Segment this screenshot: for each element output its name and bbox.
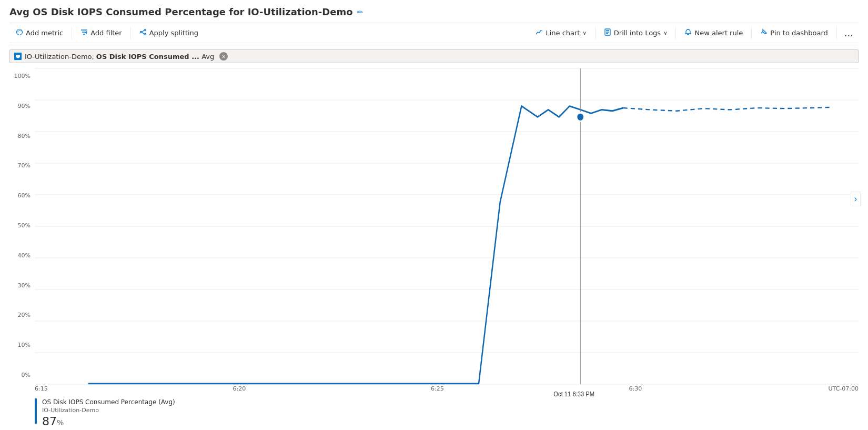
drill-logs-chevron: ∨	[663, 30, 667, 36]
y-label-40: 40%	[18, 252, 31, 259]
new-alert-icon	[684, 28, 692, 37]
chart-svg: Oct 11 6:33 PM	[35, 68, 859, 384]
metric-tag-close-button[interactable]: ×	[219, 52, 228, 61]
chart-inner: Oct 11 6:33 PM 6:15 6:20 6:25 6:30 UTC-0…	[35, 68, 859, 394]
new-alert-button[interactable]: New alert rule	[678, 25, 749, 41]
svg-rect-5	[16, 55, 20, 57]
x-label-615: 6:15	[35, 385, 48, 392]
y-axis: 100% 90% 80% 70% 60% 50% 40% 30% 20% 10%…	[9, 68, 35, 394]
toolbar: Add metric Add filter Apply splitting Li…	[9, 23, 859, 43]
legend-title: OS Disk IOPS Consumed Percentage (Avg)	[42, 398, 175, 406]
legend-area: OS Disk IOPS Consumed Percentage (Avg) I…	[9, 394, 859, 430]
line-chart-button[interactable]: Line chart ∨	[529, 25, 592, 41]
separator-5	[751, 27, 752, 39]
y-label-60: 60%	[18, 192, 31, 199]
apply-splitting-button[interactable]: Apply splitting	[133, 25, 205, 41]
chart-svg-wrap: Oct 11 6:33 PM	[35, 68, 859, 384]
y-label-100: 100%	[14, 73, 31, 79]
pin-dashboard-button[interactable]: Pin to dashboard	[754, 25, 834, 41]
separator-1	[72, 27, 72, 39]
pin-dashboard-label: Pin to dashboard	[770, 29, 828, 37]
add-metric-icon	[16, 28, 23, 37]
line-chart-icon	[536, 28, 543, 37]
legend-info: OS Disk IOPS Consumed Percentage (Avg) I…	[42, 398, 175, 428]
line-chart-chevron: ∨	[582, 30, 586, 36]
tooltip-dot	[577, 113, 584, 121]
separator-4	[675, 27, 676, 39]
add-filter-label: Add filter	[90, 29, 122, 37]
svg-point-2	[144, 29, 146, 31]
x-label-625: 6:25	[431, 385, 444, 392]
separator-3	[595, 27, 596, 39]
svg-point-1	[140, 32, 142, 33]
separator-6	[836, 27, 837, 39]
y-label-50: 50%	[18, 222, 31, 229]
legend-subtitle: IO-Utilization-Demo	[42, 407, 175, 414]
apply-splitting-icon	[139, 28, 147, 37]
metric-aggregation: Avg	[201, 53, 214, 61]
add-metric-button[interactable]: Add metric	[9, 25, 69, 41]
y-label-80: 80%	[18, 133, 31, 139]
drill-logs-icon	[604, 28, 611, 37]
chart-line-solid	[88, 106, 623, 384]
pin-icon	[760, 28, 768, 37]
y-label-0: 0%	[22, 372, 31, 378]
new-alert-label: New alert rule	[694, 29, 743, 37]
add-filter-button[interactable]: Add filter	[74, 25, 128, 41]
y-label-70: 70%	[18, 162, 31, 169]
more-button[interactable]: ...	[839, 25, 859, 41]
edit-icon[interactable]: ✏	[357, 8, 364, 16]
legend-value: 87%	[42, 415, 175, 428]
legend-unit: %	[57, 418, 64, 427]
chart-area: 100% 90% 80% 70% 60% 50% 40% 30% 20% 10%…	[9, 68, 859, 394]
y-label-20: 20%	[18, 312, 31, 318]
expand-button[interactable]: ›	[851, 192, 861, 206]
drill-logs-label: Drill into Logs	[614, 29, 661, 37]
timezone-label: UTC-07:00	[829, 385, 859, 392]
toolbar-right: Line chart ∨ Drill into Logs ∨ New alert…	[529, 25, 859, 41]
more-label: ...	[844, 27, 853, 38]
y-label-90: 90%	[18, 103, 31, 109]
x-label-620: 6:20	[233, 385, 246, 392]
separator-2	[130, 27, 131, 39]
line-chart-label: Line chart	[546, 29, 580, 37]
add-metric-label: Add metric	[26, 29, 63, 37]
metric-device: IO-Utilization-Demo	[25, 53, 92, 61]
page-title: Avg OS Disk IOPS Consumed Percentage for…	[9, 6, 353, 17]
metric-tag-text: IO-Utilization-Demo, OS Disk IOPS Consum…	[25, 53, 214, 61]
add-filter-icon	[80, 28, 88, 37]
x-axis: 6:15 6:20 6:25 6:30 UTC-07:00	[35, 384, 859, 394]
vm-icon	[14, 53, 22, 60]
legend-bar	[35, 398, 37, 424]
drill-logs-button[interactable]: Drill into Logs ∨	[598, 25, 674, 41]
metric-tag: IO-Utilization-Demo, OS Disk IOPS Consum…	[9, 49, 859, 63]
y-label-10: 10%	[18, 342, 31, 348]
svg-point-3	[144, 34, 146, 35]
apply-splitting-label: Apply splitting	[149, 29, 198, 37]
metric-name: OS Disk IOPS Consumed ...	[96, 53, 199, 61]
y-label-30: 30%	[18, 282, 31, 289]
x-label-630: 6:30	[629, 385, 642, 392]
chart-line-dashed	[623, 107, 832, 111]
